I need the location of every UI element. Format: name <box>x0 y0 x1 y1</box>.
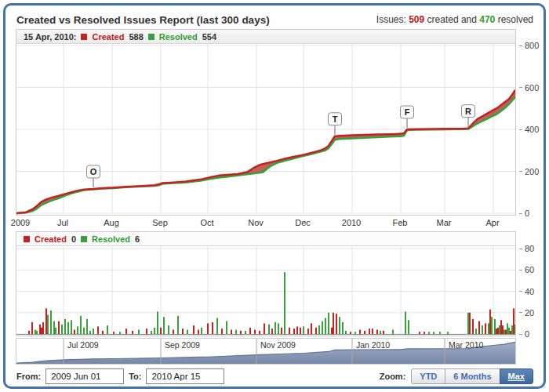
resolved-legend-label: Resolved <box>159 32 198 42</box>
from-label: From: <box>16 372 41 381</box>
date-range-group: From: To: <box>16 368 224 384</box>
bar-created-legend-value: 0 <box>71 234 76 244</box>
main-chart-legend: 15 Apr, 2010: Created 588 Resolved 554 <box>16 30 515 44</box>
zoom-max-button[interactable]: Max <box>500 368 533 384</box>
created-swatch-icon <box>81 34 87 40</box>
x-axis-tick: Nov <box>248 218 264 227</box>
bar-resolved-legend-label: Resolved <box>92 234 130 244</box>
bar-y-tick: 40 <box>519 287 534 296</box>
bar-y-tick: 80 <box>519 244 534 253</box>
x-axis-tick: Mar <box>437 218 452 227</box>
main-y-tick: 800 <box>519 41 539 50</box>
zoom-ytd-button[interactable]: YTD <box>411 368 445 384</box>
resolved-swatch-icon <box>148 34 155 40</box>
to-label: To: <box>129 372 141 381</box>
bar-y-tick: 20 <box>519 308 534 318</box>
bar-chart[interactable] <box>16 246 515 336</box>
resolved-legend-value: 554 <box>202 32 216 42</box>
issues-summary: Issues: 509 created and 470 resolved <box>376 14 533 25</box>
svg-text:F: F <box>405 107 410 117</box>
svg-text:Sep 2009: Sep 2009 <box>165 340 200 350</box>
svg-text:T: T <box>333 114 338 124</box>
legend-date: 15 Apr, 2010: <box>24 32 76 42</box>
zoom-label: Zoom: <box>380 372 406 381</box>
page-title: Created vs Resolved Issues Report (last … <box>16 14 270 26</box>
main-chart[interactable]: OTFR <box>16 44 515 216</box>
bar-created-legend-label: Created <box>35 234 67 244</box>
created-legend-value: 588 <box>129 32 143 42</box>
resolved-count: 470 <box>479 14 495 25</box>
main-y-tick: 400 <box>519 125 539 134</box>
bar-resolved-swatch-icon <box>81 236 87 242</box>
main-y-tick: 0 <box>519 209 529 218</box>
x-axis-tick: 2009 <box>11 218 30 227</box>
navigator[interactable]: Jul 2009Sep 2009Nov 2009Jan 2010Mar 2010 <box>16 338 516 365</box>
bar-y-tick: 60 <box>519 265 534 274</box>
x-axis-tick: 2010 <box>342 218 361 227</box>
bar-resolved-legend-value: 6 <box>135 234 140 244</box>
main-y-axis: 0200400600800 <box>519 44 544 216</box>
x-axis-tick: Feb <box>393 218 408 227</box>
main-chart-panel: 15 Apr, 2010: Created 588 Resolved 554 O… <box>16 29 516 216</box>
bar-chart-legend: Created 0 Resolved 6 <box>16 232 515 246</box>
x-axis-tick: Dec <box>295 218 311 227</box>
bar-chart-panel: Created 0 Resolved 6 <box>16 231 516 336</box>
svg-text:Jan 2010: Jan 2010 <box>356 340 390 350</box>
bar-y-axis: 020406080 <box>519 246 544 336</box>
report-header: Created vs Resolved Issues Report (last … <box>16 12 533 27</box>
bar-y-tick: 0 <box>519 329 529 339</box>
svg-text:R: R <box>465 107 471 116</box>
summary-mid: created and <box>427 14 477 25</box>
zoom-6months-button[interactable]: 6 Months <box>445 368 500 384</box>
x-axis-labels: 2009JulAugSepOctNovDec2010FebMarApr <box>16 216 516 230</box>
summary-prefix: Issues: <box>376 14 406 25</box>
created-legend-label: Created <box>92 32 124 42</box>
svg-text:Nov 2009: Nov 2009 <box>260 340 296 350</box>
zoom-group: Zoom: YTD 6 Months Max <box>380 368 533 384</box>
x-axis-tick: Oct <box>200 218 213 227</box>
main-y-tick: 600 <box>519 83 539 93</box>
to-input[interactable] <box>146 368 224 384</box>
x-axis-tick: Jul <box>57 218 68 227</box>
x-axis-tick: Apr <box>485 218 499 227</box>
bottom-controls: From: To: Zoom: YTD 6 Months Max <box>16 367 533 386</box>
main-y-tick: 200 <box>519 167 539 176</box>
x-axis-tick: Aug <box>104 218 119 227</box>
from-input[interactable] <box>45 368 124 384</box>
report-panel: Created vs Resolved Issues Report (last … <box>3 3 546 389</box>
svg-text:Jul 2009: Jul 2009 <box>67 340 99 350</box>
svg-text:O: O <box>90 167 97 176</box>
x-axis-tick: Sep <box>152 218 168 227</box>
created-count: 509 <box>409 14 424 25</box>
bar-created-swatch-icon <box>24 236 30 242</box>
svg-text:Mar 2010: Mar 2010 <box>449 340 484 350</box>
summary-suffix: resolved <box>498 14 533 25</box>
navigator-chart[interactable]: Jul 2009Sep 2009Nov 2009Jan 2010Mar 2010 <box>16 339 515 364</box>
